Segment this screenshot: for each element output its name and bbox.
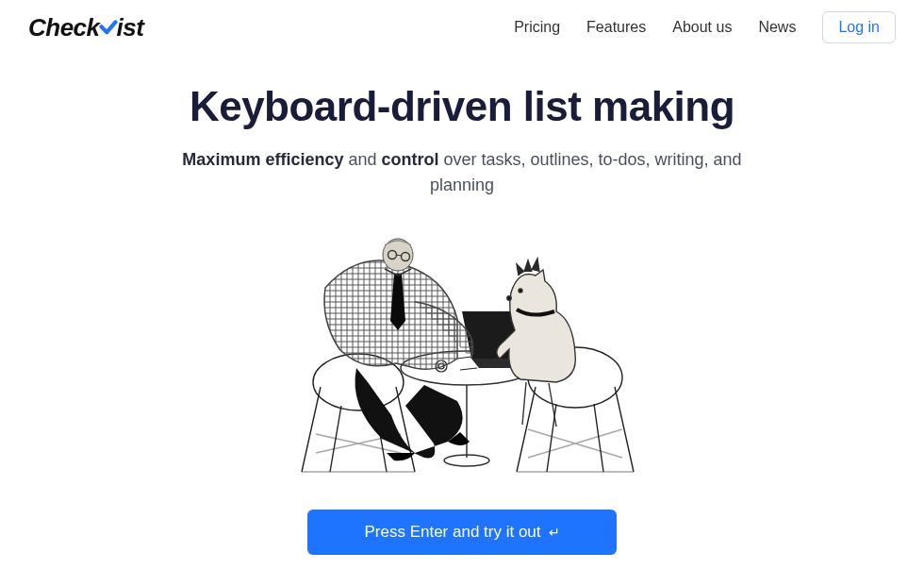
brand-part1: Check	[28, 13, 100, 42]
brand-logo[interactable]: Checkist	[28, 13, 143, 42]
check-icon	[99, 13, 118, 42]
hero-section: Keyboard-driven list making Maximum effi…	[0, 55, 924, 555]
hero-illustration	[273, 217, 651, 500]
cta-label: Press Enter and try it out	[364, 523, 540, 542]
svg-point-11	[507, 296, 511, 300]
hero-title: Keyboard-driven list making	[38, 83, 886, 130]
enter-key-icon: ↵	[549, 525, 560, 540]
login-button[interactable]: Log in	[822, 11, 896, 43]
top-nav: Pricing Features About us News Log in	[514, 11, 896, 43]
nav-news[interactable]: News	[758, 19, 796, 36]
try-it-button[interactable]: Press Enter and try it out ↵	[307, 510, 616, 555]
nav-about[interactable]: About us	[672, 19, 732, 36]
hero-sub-rest: over tasks, outlines, to-dos, writing, a…	[430, 150, 742, 194]
hero-sub-mid1: and	[343, 150, 381, 169]
hero-subtitle: Maximum efficiency and control over task…	[170, 147, 754, 198]
nav-features[interactable]: Features	[586, 19, 646, 36]
nav-pricing[interactable]: Pricing	[514, 19, 560, 36]
site-header: Checkist Pricing Features About us News …	[0, 0, 924, 55]
hero-sub-bold1: Maximum efficiency	[182, 150, 343, 169]
hero-sub-bold2: control	[381, 150, 438, 169]
cta-wrap: Press Enter and try it out ↵	[38, 510, 886, 555]
brand-part2: ist	[117, 13, 144, 42]
svg-point-10	[519, 289, 522, 293]
